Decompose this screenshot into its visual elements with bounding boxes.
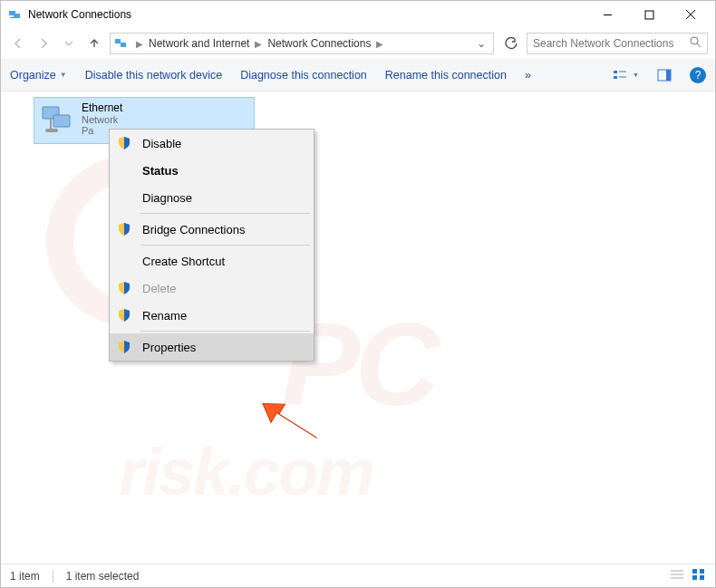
- svg-rect-18: [53, 115, 70, 127]
- minimize-button[interactable]: [586, 1, 628, 28]
- large-icons-view-icon[interactable]: [692, 568, 706, 583]
- ctx-disable[interactable]: Disable: [110, 130, 314, 157]
- status-bar: 1 item 1 item selected: [1, 564, 715, 587]
- ctx-status[interactable]: Status: [110, 157, 314, 184]
- svg-rect-27: [700, 575, 704, 580]
- svg-line-10: [697, 43, 701, 47]
- ctx-bridge[interactable]: Bridge Connections: [110, 216, 314, 243]
- adapter-name: Ethernet: [82, 101, 122, 114]
- content-area[interactable]: PC risk.com Ethernet Network Pa Disable …: [1, 92, 715, 564]
- address-bar[interactable]: ▶ Network and Internet ▶ Network Connect…: [110, 33, 494, 54]
- close-button[interactable]: [670, 1, 711, 28]
- disable-device-button[interactable]: Disable this network device: [85, 69, 222, 82]
- menu-separator: [140, 245, 310, 246]
- ctx-properties[interactable]: Properties: [110, 333, 314, 361]
- svg-rect-1: [14, 14, 20, 18]
- ctx-delete-label: Delete: [142, 282, 177, 295]
- help-button[interactable]: ?: [690, 67, 706, 83]
- recent-dropdown[interactable]: [59, 34, 79, 53]
- rename-button[interactable]: Rename this connection: [385, 69, 507, 82]
- status-selected-count: 1 item selected: [66, 570, 140, 583]
- ctx-delete: Delete: [110, 275, 314, 302]
- shield-icon: [117, 136, 131, 150]
- back-button[interactable]: [8, 34, 28, 53]
- svg-line-5: [686, 10, 695, 19]
- status-separator: [53, 570, 53, 583]
- details-view-icon[interactable]: [670, 568, 684, 583]
- annotation-arrow: [258, 394, 329, 448]
- ctx-shortcut[interactable]: Create Shortcut: [110, 247, 314, 275]
- shield-icon: [117, 308, 131, 323]
- up-button[interactable]: [84, 34, 104, 53]
- svg-rect-8: [121, 43, 126, 47]
- watermark-site: risk.com: [119, 435, 373, 509]
- titlebar: Network Connections: [1, 1, 715, 28]
- ctx-diagnose-label: Diagnose: [142, 191, 192, 205]
- svg-rect-19: [45, 129, 58, 132]
- preview-pane-button[interactable]: [657, 69, 672, 82]
- diagnose-label: Diagnose this connection: [240, 69, 367, 82]
- disable-device-label: Disable this network device: [85, 69, 222, 82]
- window-controls: [586, 1, 711, 28]
- ctx-bridge-label: Bridge Connections: [142, 223, 245, 236]
- dropdown-caret-icon: ▼: [60, 71, 67, 79]
- svg-rect-16: [666, 70, 671, 81]
- breadcrumb-current[interactable]: Network Connections: [266, 37, 373, 50]
- svg-rect-25: [700, 569, 704, 574]
- adapter-icon: [40, 101, 76, 138]
- chevron-right-icon: ▶: [251, 39, 266, 49]
- refresh-button[interactable]: [501, 34, 521, 53]
- search-icon: [690, 36, 701, 51]
- search-input[interactable]: [533, 37, 690, 50]
- ctx-diagnose[interactable]: Diagnose: [110, 184, 314, 211]
- breadcrumb-parent[interactable]: Network and Internet: [147, 37, 251, 50]
- dropdown-caret-icon: ▼: [633, 72, 639, 78]
- svg-line-6: [686, 10, 695, 19]
- rename-label: Rename this connection: [385, 69, 507, 82]
- ctx-disable-label: Disable: [142, 137, 181, 150]
- svg-rect-4: [645, 11, 653, 19]
- shield-icon: [117, 340, 131, 354]
- svg-rect-2: [10, 17, 14, 18]
- chevron-right-icon: ▶: [373, 39, 387, 49]
- svg-rect-12: [614, 76, 617, 79]
- organize-label: Organize: [10, 69, 56, 82]
- menu-separator: [140, 331, 310, 332]
- overflow-label: »: [525, 69, 531, 82]
- svg-rect-11: [614, 71, 617, 73]
- location-icon: [114, 36, 129, 51]
- ctx-status-label: Status: [142, 164, 179, 178]
- chevron-right-icon: ▶: [132, 39, 147, 49]
- adapter-network: Network: [82, 114, 122, 125]
- status-item-count: 1 item: [10, 570, 40, 583]
- address-dropdown-icon[interactable]: ⌄: [473, 37, 489, 50]
- shield-icon: [117, 281, 131, 295]
- app-icon: [8, 7, 23, 22]
- shield-icon: [117, 222, 131, 236]
- organize-menu[interactable]: Organize ▼: [10, 69, 67, 82]
- ctx-rename[interactable]: Rename: [110, 302, 314, 329]
- window-title: Network Connections: [28, 8, 586, 21]
- svg-rect-24: [692, 569, 697, 574]
- ctx-rename-label: Rename: [142, 309, 187, 323]
- diagnose-button[interactable]: Diagnose this connection: [240, 69, 367, 82]
- search-box[interactable]: [527, 33, 708, 54]
- ctx-shortcut-label: Create Shortcut: [142, 255, 225, 268]
- forward-button[interactable]: [34, 34, 53, 53]
- command-bar: Organize ▼ Disable this network device D…: [1, 59, 715, 92]
- address-row: ▶ Network and Internet ▶ Network Connect…: [1, 28, 715, 59]
- menu-separator: [140, 213, 310, 214]
- svg-rect-26: [692, 575, 697, 580]
- context-menu: Disable Status Diagnose Bridge Connectio…: [109, 129, 314, 361]
- ctx-properties-label: Properties: [142, 341, 196, 354]
- svg-point-9: [691, 37, 698, 44]
- view-mode-icons: [670, 568, 706, 583]
- toolbar-overflow[interactable]: »: [525, 69, 531, 82]
- view-options-button[interactable]: ▼: [613, 69, 639, 82]
- explorer-window: Network Connections ▶ Network and Intern…: [0, 0, 716, 588]
- maximize-button[interactable]: [628, 1, 670, 28]
- svg-rect-7: [115, 39, 121, 43]
